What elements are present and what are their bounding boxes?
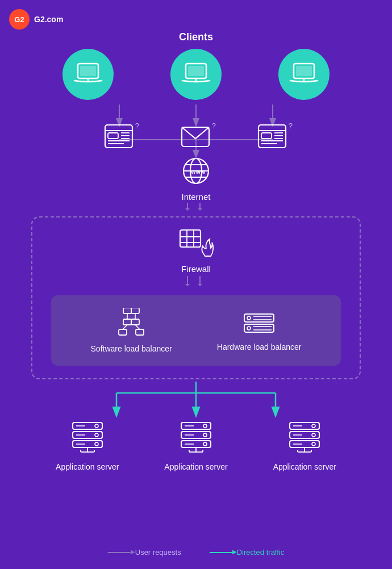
svg-point-107 xyxy=(312,433,315,437)
svg-point-106 xyxy=(312,424,315,428)
internet-label: Internet xyxy=(182,192,211,202)
svg-text:WWW: WWW xyxy=(191,169,206,175)
hardware-lb-item: Hardware load balancer xyxy=(217,309,302,352)
internet-section: WWW Internet xyxy=(181,156,211,202)
laptop-icon-1 xyxy=(73,61,103,87)
svg-point-64 xyxy=(247,327,251,330)
logo-area: G2 G2.com xyxy=(9,9,63,30)
legend-user-requests: User requests xyxy=(108,548,181,557)
logo-circle: G2 xyxy=(9,9,30,30)
client-circle-1 xyxy=(62,49,114,100)
globe-icon: WWW xyxy=(181,156,211,189)
user-requests-label: User requests xyxy=(135,548,181,557)
app-server-label-3: Application server xyxy=(273,462,336,471)
software-lb-icon xyxy=(114,308,148,338)
svg-rect-55 xyxy=(119,329,127,335)
svg-point-63 xyxy=(247,316,251,320)
svg-rect-17 xyxy=(108,133,118,139)
browser-icon-right: ? xyxy=(257,124,287,151)
clients-label: Clients xyxy=(179,31,213,43)
app-server-icon-2 xyxy=(179,421,213,457)
directed-traffic-arrow xyxy=(210,552,232,553)
svg-rect-52 xyxy=(131,308,139,313)
svg-point-95 xyxy=(203,442,207,446)
svg-line-59 xyxy=(123,325,127,329)
svg-marker-48 xyxy=(185,284,190,286)
svg-rect-26 xyxy=(261,133,272,139)
browser-icon-left: ? xyxy=(104,124,134,151)
laptop-icon-2 xyxy=(181,61,211,87)
legend-directed-traffic: Directed traffic xyxy=(210,548,285,557)
svg-rect-1 xyxy=(80,66,96,76)
client-circle-3 xyxy=(278,49,330,100)
logo-text: G2.com xyxy=(34,15,63,24)
legend: User requests Directed traffic xyxy=(108,548,285,557)
app-server-3: Application server xyxy=(273,421,336,471)
svg-rect-15 xyxy=(105,125,132,148)
svg-point-94 xyxy=(203,433,207,437)
svg-point-108 xyxy=(312,442,315,446)
app-server-label-2: Application server xyxy=(164,462,227,471)
svg-rect-54 xyxy=(131,319,139,325)
firewall-dashed-box: Firewall xyxy=(31,216,361,379)
svg-rect-56 xyxy=(136,329,144,335)
diagram: Clients xyxy=(14,31,378,471)
app-server-1: Application server xyxy=(56,421,119,471)
clients-row xyxy=(62,49,330,100)
svg-rect-61 xyxy=(244,314,274,322)
svg-point-93 xyxy=(203,424,207,428)
svg-rect-51 xyxy=(123,308,131,313)
svg-line-60 xyxy=(135,325,140,329)
svg-marker-50 xyxy=(198,284,202,286)
software-lb-item: Software load balancer xyxy=(91,308,172,353)
firewall-label: Firewall xyxy=(181,264,211,274)
app-servers-row: Application server xyxy=(56,421,336,471)
app-server-label-1: Application server xyxy=(56,462,119,471)
svg-point-81 xyxy=(95,433,98,437)
load-balancer-box: Software load balancer xyxy=(51,295,341,366)
app-server-2: Application server xyxy=(164,421,227,471)
app-server-icon-3 xyxy=(287,421,322,457)
client-circle-2 xyxy=(170,49,222,100)
mail-icon: ? xyxy=(181,124,210,151)
svg-point-82 xyxy=(95,442,98,446)
directed-traffic-label: Directed traffic xyxy=(237,548,285,557)
firewall-icon xyxy=(178,228,214,261)
svg-rect-42 xyxy=(180,230,201,247)
software-lb-label: Software load balancer xyxy=(91,344,172,353)
svg-marker-41 xyxy=(198,208,202,211)
svg-rect-24 xyxy=(258,125,286,148)
hardware-lb-icon xyxy=(242,309,276,337)
svg-rect-53 xyxy=(123,319,131,325)
laptop-icon-3 xyxy=(289,61,319,87)
hardware-lb-label: Hardware load balancer xyxy=(217,342,302,352)
app-server-icon-1 xyxy=(70,421,105,457)
svg-point-80 xyxy=(95,424,98,428)
svg-rect-4 xyxy=(188,66,204,76)
user-requests-arrow xyxy=(108,552,131,553)
svg-rect-62 xyxy=(244,324,274,332)
svg-marker-39 xyxy=(185,208,190,211)
svg-rect-7 xyxy=(296,66,312,76)
